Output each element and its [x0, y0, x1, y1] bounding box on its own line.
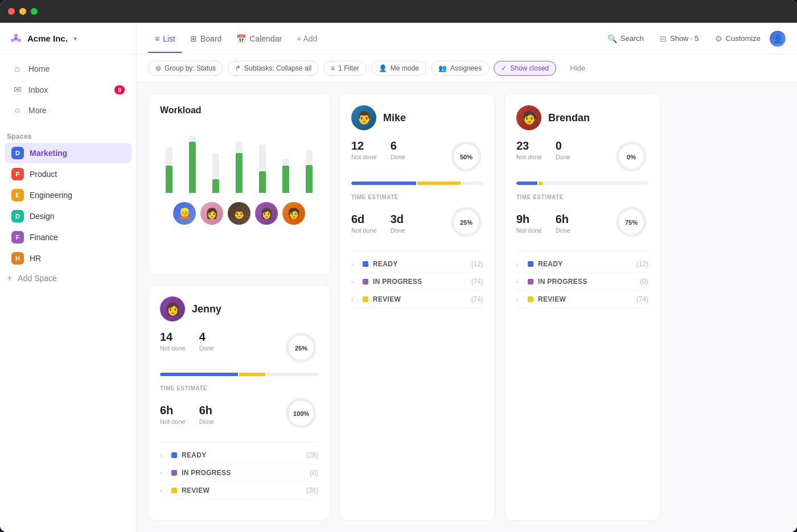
- brendan-progress-bar: [516, 182, 648, 185]
- filter-bar: ⊜ Group by: Status ↱ Subtasks: Collapse …: [137, 55, 797, 82]
- status-dot-inprogress: [363, 279, 368, 284]
- status-dot-ready: [171, 452, 177, 458]
- tab-list[interactable]: ≡ List: [148, 30, 182, 48]
- customize-label: Customize: [726, 34, 761, 43]
- bar-fill: [166, 166, 172, 193]
- tab-calendar[interactable]: 📅 Calendar: [229, 30, 289, 48]
- brendan-header: 🧑 Brendan: [516, 105, 648, 130]
- mike-te-not-done-val: 6d: [351, 213, 377, 226]
- status-row[interactable]: › REVIEW (28): [160, 482, 318, 500]
- customize-button[interactable]: ⚙ Customize: [708, 30, 767, 47]
- logo-icon: [9, 32, 23, 46]
- sidebar-item-marketing[interactable]: D Marketing: [5, 143, 132, 163]
- sidebar-item-hr[interactable]: H HR: [5, 248, 132, 269]
- status-row[interactable]: › READY (12): [351, 255, 483, 273]
- view-tabs: ≡ List ⊞ Board 📅 Calendar + Add: [148, 30, 598, 48]
- filter-button[interactable]: ≡ 1 Filter: [323, 61, 367, 76]
- me-mode-button[interactable]: 👤 Me mode: [371, 61, 426, 76]
- status-row[interactable]: › READY (28): [160, 447, 318, 464]
- mike-header: 👨 Mike: [351, 105, 483, 130]
- user-avatar[interactable]: 👤: [770, 31, 786, 47]
- brendan-te-not-done-label: Not done: [516, 227, 542, 234]
- assignees-icon: 👥: [438, 64, 447, 72]
- space-dot-design: D: [11, 210, 24, 222]
- progress-bar-gray: [462, 182, 483, 185]
- sidebar-item-inbox[interactable]: ✉ Inbox 9: [5, 80, 132, 100]
- space-label: Product: [30, 170, 57, 179]
- search-button[interactable]: 🔍 Search: [601, 30, 651, 47]
- status-row[interactable]: › REVIEW (74): [351, 291, 483, 308]
- status-row[interactable]: › READY (12): [516, 255, 648, 273]
- mike-card: 👨 Mike 12 Not done 6 Done: [339, 93, 495, 521]
- search-icon: 🔍: [607, 34, 617, 43]
- chevron-right-icon: ›: [351, 261, 358, 267]
- workload-avatar-1: 👱: [173, 202, 196, 225]
- status-row[interactable]: › REVIEW (74): [516, 291, 648, 308]
- status-row[interactable]: › IN PROGRESS (0): [516, 273, 648, 291]
- more-icon: ○: [11, 105, 23, 116]
- space-dot-marketing: D: [11, 147, 24, 159]
- assignees-button[interactable]: 👥 Assignees: [431, 61, 489, 76]
- sidebar-item-product[interactable]: P Product: [5, 164, 132, 184]
- jenny-progress-circle: 25%: [284, 331, 318, 367]
- gear-icon: ⚙: [715, 34, 722, 43]
- jenny-not-done-label: Not done: [160, 345, 186, 352]
- add-space-button[interactable]: + Add Space: [0, 269, 136, 287]
- sidebar-item-label: Inbox: [28, 85, 48, 94]
- sidebar-item-more[interactable]: ○ More: [5, 101, 132, 120]
- status-row[interactable]: › IN PROGRESS (0): [160, 464, 318, 482]
- jenny-te-done-label: Done: [199, 418, 214, 425]
- mike-te-label: TIME ESTIMATE: [351, 194, 483, 200]
- bar-fill: [282, 166, 289, 193]
- minimize-button[interactable]: [19, 8, 26, 15]
- svg-point-4: [15, 38, 17, 40]
- svg-text:50%: 50%: [460, 154, 473, 160]
- brendan-te-done-val: 6h: [556, 213, 570, 226]
- status-dot-review: [171, 488, 177, 493]
- jenny-te-stats: 6h Not done 6h Done: [160, 396, 318, 432]
- brendan-progress-circle: 0%: [614, 139, 648, 176]
- group-by-filter[interactable]: ⊜ Group by: Status: [148, 61, 223, 76]
- hide-label: Hide: [570, 64, 585, 72]
- assignees-label: Assignees: [450, 64, 482, 72]
- add-view-button[interactable]: + Add: [290, 30, 324, 48]
- jenny-te-label: TIME ESTIMATE: [160, 385, 318, 391]
- logo-text: Acme Inc.: [27, 34, 68, 43]
- workload-avatars: 👱 👩 👨 👩 🧑: [160, 202, 318, 225]
- sidebar: Acme Inc. ▾ ⌂ Home ✉ Inbox 9 ○ More: [0, 23, 137, 532]
- status-count-review: (74): [636, 295, 648, 303]
- svg-text:0%: 0%: [627, 154, 636, 160]
- space-label: Design: [30, 212, 55, 221]
- jenny-card: 👩 Jenny 14 Not done 4 Done: [148, 284, 330, 521]
- tab-label: Calendar: [249, 34, 282, 43]
- progress-bar-blue: [351, 182, 416, 185]
- show-closed-button[interactable]: ✓ Show closed: [494, 61, 556, 76]
- chevron-right-icon: ›: [160, 487, 167, 494]
- sidebar-item-finance[interactable]: F Finance: [5, 227, 132, 248]
- me-mode-icon: 👤: [379, 64, 387, 72]
- jenny-te-not-done-label: Not done: [160, 418, 186, 425]
- brendan-not-done-number: 23: [516, 139, 542, 152]
- maximize-button[interactable]: [31, 8, 38, 15]
- tab-board[interactable]: ⊞ Board: [183, 30, 228, 48]
- status-row[interactable]: › IN PROGRESS (74): [351, 273, 483, 291]
- subtasks-filter[interactable]: ↱ Subtasks: Collapse all: [228, 61, 319, 76]
- hide-button[interactable]: Hide: [565, 61, 590, 75]
- svg-text:100%: 100%: [293, 410, 309, 417]
- sidebar-item-design[interactable]: D Design: [5, 206, 132, 226]
- board-icon: ⊞: [190, 34, 197, 43]
- add-icon: +: [7, 273, 12, 283]
- space-dot-product: P: [11, 168, 24, 180]
- app-logo[interactable]: Acme Inc. ▾: [0, 23, 136, 55]
- show-button[interactable]: ⊟ Show · 5: [653, 30, 706, 47]
- jenny-avatar: 👩: [160, 296, 185, 321]
- sidebar-item-home[interactable]: ⌂ Home: [5, 59, 132, 79]
- brendan-card: 🧑 Brendan 23 Not done 0 Done: [504, 93, 660, 521]
- jenny-progress-bar: [160, 373, 318, 376]
- brendan-stats-row: 23 Not done 0 Done: [516, 139, 648, 176]
- home-icon: ⌂: [11, 64, 23, 74]
- svg-point-1: [14, 34, 18, 37]
- close-button[interactable]: [8, 8, 15, 15]
- brendan-te-done-label: Done: [556, 227, 570, 234]
- sidebar-item-engineering[interactable]: E Engineering: [5, 185, 132, 205]
